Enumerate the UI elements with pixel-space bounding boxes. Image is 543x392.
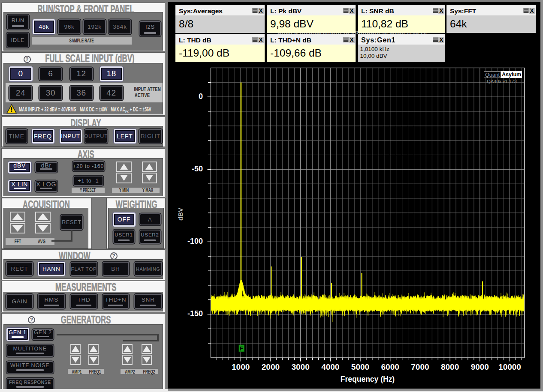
svg-text:1000: 1000: [232, 362, 250, 371]
svg-text:Frequency (Hz): Frequency (Hz): [341, 375, 395, 383]
svg-text:-150: -150: [187, 309, 203, 318]
svg-text:10000: 10000: [498, 362, 521, 371]
svg-text:7000: 7000: [411, 362, 429, 371]
svg-text:4000: 4000: [321, 362, 339, 371]
svg-text:-50: -50: [192, 165, 203, 173]
svg-text:0: 0: [199, 92, 203, 101]
svg-text:6000: 6000: [381, 362, 399, 371]
svg-text:8000: 8000: [441, 362, 459, 371]
svg-text:F: F: [240, 346, 243, 352]
svg-text:2000: 2000: [262, 362, 280, 371]
svg-text:3000: 3000: [291, 362, 309, 371]
svg-text:-100: -100: [187, 237, 203, 245]
svg-text:5000: 5000: [351, 362, 369, 371]
svg-text:9000: 9000: [471, 362, 489, 371]
